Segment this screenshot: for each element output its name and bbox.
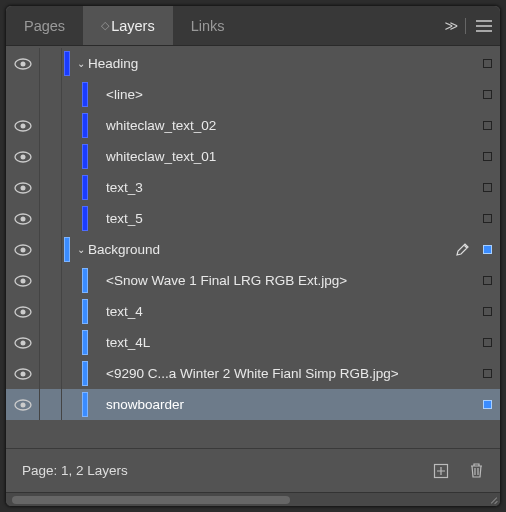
eye-icon <box>14 120 32 132</box>
svg-point-5 <box>20 154 25 159</box>
selection-swatch[interactable] <box>474 183 500 192</box>
visibility-toggle[interactable] <box>6 141 40 172</box>
panel-menu-icon[interactable] <box>476 20 492 32</box>
chevron-down-icon[interactable]: ⌄ <box>74 244 88 255</box>
layer-row-t5[interactable]: ⌄text_5 <box>6 203 500 234</box>
layer-row-t4[interactable]: ⌄text_4 <box>6 296 500 327</box>
layer-row-t3[interactable]: ⌄text_3 <box>6 172 500 203</box>
layer-label[interactable]: Heading <box>88 56 450 71</box>
lock-column[interactable] <box>40 296 62 327</box>
layer-color-bar <box>82 330 88 355</box>
visibility-toggle[interactable] <box>6 358 40 389</box>
svg-point-11 <box>20 247 25 252</box>
visibility-toggle[interactable] <box>6 296 40 327</box>
tab-layers[interactable]: ◇ Layers <box>83 6 173 45</box>
eye-icon <box>14 244 32 256</box>
layer-label[interactable]: <Snow Wave 1 Final LRG RGB Ext.jpg> <box>106 273 450 288</box>
visibility-toggle[interactable] <box>6 79 40 110</box>
layer-label[interactable]: text_4 <box>106 304 450 319</box>
lock-column[interactable] <box>40 203 62 234</box>
svg-point-19 <box>20 371 25 376</box>
layer-row-wc2[interactable]: ⌄whiteclaw_text_02 <box>6 110 500 141</box>
visibility-toggle[interactable] <box>6 234 40 265</box>
resize-handle[interactable] <box>488 494 498 504</box>
layer-label[interactable]: <line> <box>106 87 450 102</box>
layer-color-bar <box>82 361 88 386</box>
layer-label[interactable]: Background <box>88 242 450 257</box>
lock-column[interactable] <box>40 79 62 110</box>
tab-links[interactable]: Links <box>173 6 243 45</box>
visibility-toggle[interactable] <box>6 327 40 358</box>
eye-icon <box>14 275 32 287</box>
new-layer-icon[interactable] <box>433 463 449 479</box>
svg-point-13 <box>20 278 25 283</box>
layer-color-bar <box>82 206 88 231</box>
layer-color-bar <box>82 268 88 293</box>
selection-swatch[interactable] <box>474 369 500 378</box>
eye-icon <box>14 151 32 163</box>
anchor-icon: ◇ <box>101 19 109 32</box>
panel-footer: Page: 1, 2 Layers <box>6 448 500 492</box>
layer-row-bg[interactable]: ⌄Background <box>6 234 500 265</box>
bottom-strip <box>6 492 500 506</box>
lock-column[interactable] <box>40 234 62 265</box>
svg-point-7 <box>20 185 25 190</box>
selection-swatch[interactable] <box>474 214 500 223</box>
layer-row-t4l[interactable]: ⌄text_4L <box>6 327 500 358</box>
lock-column[interactable] <box>40 389 62 420</box>
tab-bar: Pages ◇ Layers Links >> <box>6 6 500 46</box>
selection-swatch[interactable] <box>474 338 500 347</box>
layers-list: ⌄Heading⌄<line>⌄whiteclaw_text_02⌄whitec… <box>6 46 500 448</box>
lock-column[interactable] <box>40 110 62 141</box>
layer-row-heading[interactable]: ⌄Heading <box>6 48 500 79</box>
chevron-down-icon[interactable]: ⌄ <box>74 58 88 69</box>
selection-swatch[interactable] <box>474 121 500 130</box>
lock-column[interactable] <box>40 48 62 79</box>
layers-panel: Pages ◇ Layers Links >> ⌄Heading⌄<line>⌄… <box>5 5 501 507</box>
layer-label[interactable]: text_5 <box>106 211 450 226</box>
layer-label[interactable]: whiteclaw_text_02 <box>106 118 450 133</box>
layer-row-line[interactable]: ⌄<line> <box>6 79 500 110</box>
layer-label[interactable]: text_4L <box>106 335 450 350</box>
lock-column[interactable] <box>40 358 62 389</box>
layer-color-bar <box>64 51 70 76</box>
lock-column[interactable] <box>40 172 62 203</box>
layer-color-bar <box>82 113 88 138</box>
layer-label[interactable]: text_3 <box>106 180 450 195</box>
layer-label[interactable]: whiteclaw_text_01 <box>106 149 450 164</box>
layer-row-snowboarder[interactable]: ⌄snowboarder <box>6 389 500 420</box>
selection-swatch[interactable] <box>474 152 500 161</box>
visibility-toggle[interactable] <box>6 48 40 79</box>
selection-swatch[interactable] <box>474 59 500 68</box>
h-scrollbar[interactable] <box>12 496 476 504</box>
selection-swatch[interactable] <box>474 276 500 285</box>
layer-color-bar <box>82 82 88 107</box>
visibility-toggle[interactable] <box>6 265 40 296</box>
lock-column[interactable] <box>40 265 62 296</box>
svg-point-1 <box>20 61 25 66</box>
eye-icon <box>14 399 32 411</box>
lock-column[interactable] <box>40 141 62 172</box>
lock-column[interactable] <box>40 327 62 358</box>
layer-row-c9290[interactable]: ⌄<9290 C...a Winter 2 White Fianl Simp R… <box>6 358 500 389</box>
layer-label[interactable]: <9290 C...a Winter 2 White Fianl Simp RG… <box>106 366 450 381</box>
layer-color-bar <box>82 175 88 200</box>
layer-row-wc1[interactable]: ⌄whiteclaw_text_01 <box>6 141 500 172</box>
eye-icon <box>14 182 32 194</box>
visibility-toggle[interactable] <box>6 172 40 203</box>
selection-swatch[interactable] <box>474 90 500 99</box>
visibility-toggle[interactable] <box>6 110 40 141</box>
layer-label[interactable]: snowboarder <box>106 397 450 412</box>
visibility-toggle[interactable] <box>6 389 40 420</box>
selection-swatch[interactable] <box>474 245 500 254</box>
svg-point-21 <box>20 402 25 407</box>
eye-icon <box>14 58 32 70</box>
selection-swatch[interactable] <box>474 400 500 409</box>
tab-pages[interactable]: Pages <box>6 6 83 45</box>
footer-status: Page: 1, 2 Layers <box>22 463 128 478</box>
visibility-toggle[interactable] <box>6 203 40 234</box>
selection-swatch[interactable] <box>474 307 500 316</box>
layer-row-snowwave[interactable]: ⌄<Snow Wave 1 Final LRG RGB Ext.jpg> <box>6 265 500 296</box>
trash-icon[interactable] <box>469 462 484 479</box>
collapse-icon[interactable]: >> <box>445 18 455 34</box>
